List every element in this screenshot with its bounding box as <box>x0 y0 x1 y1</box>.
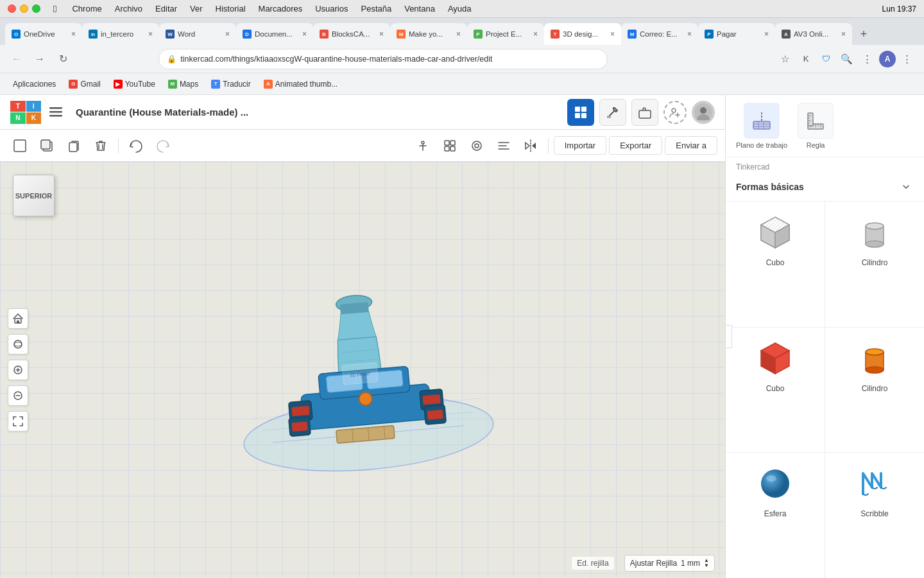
tab-close-pagar[interactable]: × <box>764 30 769 39</box>
ruler-tool[interactable]: Regla <box>798 103 834 149</box>
grid-label[interactable]: Ed. rejilla <box>572 557 613 570</box>
menu-ver[interactable]: Ver <box>190 4 203 13</box>
menu-editar[interactable]: Editar <box>155 4 177 13</box>
tab-close-3d-design[interactable]: × <box>610 30 615 39</box>
address-bar[interactable]: 🔒 tinkercad.com/things/ktiaaoxscgW-quara… <box>158 49 608 69</box>
chrome-menu-icon[interactable]: ⋮ <box>898 50 916 68</box>
view-cube-box[interactable]: SUPERIOR <box>13 175 55 216</box>
grid-view-button[interactable] <box>567 99 594 126</box>
project-title[interactable]: Quarantine (House Materials-made) ... <box>71 104 253 120</box>
klok-extension-icon[interactable]: K <box>797 50 815 68</box>
menu-list-button[interactable] <box>46 103 65 122</box>
shape-cubo-red[interactable]: Cubo <box>726 328 825 453</box>
tab-close-project-e[interactable]: × <box>533 30 538 39</box>
anchor-button[interactable] <box>411 134 435 158</box>
bookmark-traducir[interactable]: T Traducir <box>206 78 256 91</box>
grid-stepper-icon[interactable]: ▲ ▼ <box>704 558 709 568</box>
maximize-button[interactable] <box>32 4 40 13</box>
bookmark-animated-thumb[interactable]: A Animated thumb... <box>259 78 343 91</box>
import-button[interactable]: Importar <box>554 136 606 155</box>
bookmark-youtube[interactable]: ▶ YouTube <box>108 78 160 91</box>
reload-button[interactable]: ↻ <box>54 50 72 68</box>
panel-collapse-arrow[interactable]: › <box>725 325 732 348</box>
3d-viewport[interactable]: SUPERIOR <box>0 162 725 578</box>
send-button[interactable]: Enviar a <box>665 136 717 155</box>
menu-usuarios[interactable]: Usuarios <box>315 4 348 13</box>
tab-close-documenti[interactable]: × <box>302 30 307 39</box>
tinkercad-logo[interactable]: T I N K <box>10 101 41 124</box>
shape-cilindro-orange[interactable]: Cilindro <box>825 328 924 453</box>
tab-pagar[interactable]: P Pagar × <box>698 23 775 45</box>
tab-close-av3[interactable]: × <box>841 30 846 39</box>
bookmark-maps[interactable]: M Maps <box>163 78 203 91</box>
shape-scribble[interactable]: Scribble <box>825 453 924 578</box>
gallery-button[interactable] <box>631 99 658 126</box>
kaspersky-icon[interactable]: 🛡 <box>817 50 835 68</box>
tab-make-you[interactable]: M Make yo... × <box>390 23 467 45</box>
extensions-icon[interactable]: ⋮ <box>859 50 877 68</box>
tools-button[interactable] <box>599 99 626 126</box>
add-person-button[interactable] <box>663 101 687 124</box>
bookmark-aplicaciones[interactable]: Aplicaciones <box>8 78 61 91</box>
delete-button[interactable] <box>89 134 113 158</box>
tab-close-onedrive[interactable]: × <box>71 30 76 39</box>
tab-close-word[interactable]: × <box>225 30 230 39</box>
orbit-button[interactable] <box>8 334 28 355</box>
menu-ayuda[interactable]: Ayuda <box>448 4 472 13</box>
align-button[interactable] <box>492 134 516 158</box>
undo-button[interactable] <box>124 134 148 158</box>
menu-pestana[interactable]: Pestaña <box>361 4 391 13</box>
shape-esfera[interactable]: Esfera <box>726 453 825 578</box>
tab-project-e[interactable]: P Project E... × <box>467 23 544 45</box>
new-tab-button[interactable]: + <box>855 25 873 43</box>
tab-correo[interactable]: M Correo: E... × <box>621 23 698 45</box>
menu-chrome[interactable]: Chrome <box>72 4 101 13</box>
group-button[interactable] <box>438 134 462 158</box>
menu-archivo[interactable]: Archivo <box>115 4 142 13</box>
view-cube[interactable]: SUPERIOR <box>13 175 58 220</box>
forward-button[interactable]: → <box>31 50 49 68</box>
user-avatar[interactable] <box>692 101 715 124</box>
fit-view-button[interactable] <box>8 411 28 432</box>
workplane-tool[interactable]: Plano de trabajo <box>736 103 787 149</box>
search-icon[interactable]: 🔍 <box>838 50 856 68</box>
tab-close-in-tercero[interactable]: × <box>148 30 153 39</box>
category-selector[interactable]: Formas básicas <box>726 173 924 202</box>
redo-button[interactable] <box>151 134 175 158</box>
tab-close-make-you[interactable]: × <box>456 30 461 39</box>
grid-adjust-control[interactable]: Ajustar Rejilla 1 mm ▲ ▼ <box>624 555 715 572</box>
copy-button[interactable] <box>62 134 86 158</box>
bookmark-star-icon[interactable]: ☆ <box>776 50 794 68</box>
zoom-out-button[interactable] <box>8 385 28 406</box>
chrome-profile-avatar[interactable]: A <box>879 51 896 67</box>
export-button[interactable]: Exportar <box>609 136 662 155</box>
home-view-button[interactable] <box>8 308 28 329</box>
tab-in-tercero[interactable]: in in_tercero × <box>82 23 159 45</box>
shape-cubo-gray[interactable]: Cubo <box>726 202 825 327</box>
category-dropdown-arrow[interactable] <box>898 179 914 195</box>
tab-av3[interactable]: A AV3 Onli... × <box>775 23 852 45</box>
shape-cilindro-gray[interactable]: Cilindro <box>825 202 924 327</box>
menu-historial[interactable]: Historial <box>216 4 246 13</box>
close-button[interactable] <box>8 4 16 13</box>
tab-close-blockscad[interactable]: × <box>379 30 384 39</box>
new-shape-button[interactable] <box>8 134 32 158</box>
ungroup-button[interactable] <box>465 134 489 158</box>
traffic-lights[interactable] <box>8 4 40 13</box>
zoom-in-button[interactable] <box>8 360 28 380</box>
tab-blockscad[interactable]: B BlocksCA... × <box>313 23 390 45</box>
bookmark-gmail[interactable]: G Gmail <box>64 78 105 91</box>
svg-rect-63 <box>423 394 441 405</box>
menu-ventana[interactable]: Ventana <box>404 4 435 13</box>
apple-menu[interactable]:  <box>53 3 56 14</box>
tab-documenti[interactable]: D Documen... × <box>236 23 313 45</box>
minimize-button[interactable] <box>20 4 28 13</box>
menu-marcadores[interactable]: Marcadores <box>259 4 303 13</box>
tab-close-correo[interactable]: × <box>687 30 692 39</box>
back-button[interactable]: ← <box>8 50 26 68</box>
mirror-button[interactable] <box>518 134 543 158</box>
duplicate-button[interactable] <box>35 134 59 158</box>
tab-onedrive[interactable]: O OneDrive × <box>5 23 82 45</box>
tab-word[interactable]: W Word × <box>159 23 236 45</box>
tab-3d-design[interactable]: T 3D desig... × <box>544 23 621 45</box>
